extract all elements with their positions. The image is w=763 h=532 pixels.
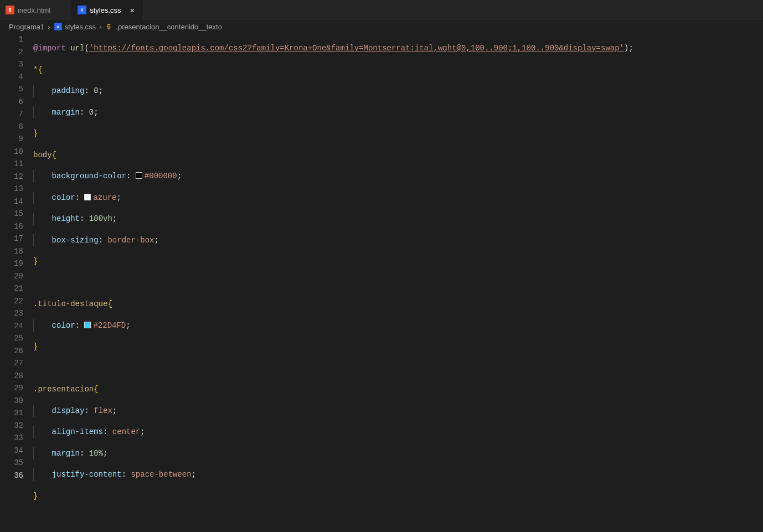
line-number: 22 [0,295,23,308]
chevron-right-icon: › [47,23,51,31]
code-line[interactable]: @import url('https://fonts.googleapis.co… [33,42,763,55]
line-number: 32 [0,420,23,432]
code-line[interactable]: padding: 0; [33,85,763,97]
line-number: 16 [0,220,23,233]
code-area[interactable]: @import url('https://fonts.googleapis.co… [33,33,763,532]
line-number: 31 [0,407,23,420]
breadcrumb-file[interactable]: styles.css [65,23,96,31]
line-number: 25 [0,332,23,345]
line-number: 26 [0,345,23,358]
line-number: 10 [0,146,23,158]
line-number: 4 [0,71,23,84]
code-line[interactable]: body{ [33,149,763,162]
line-number: 7 [0,108,23,121]
tab-inedx-html[interactable]: 5 inedx.html × [0,0,72,20]
line-number: 29 [0,382,23,395]
line-number: 23 [0,307,23,320]
line-number: 19 [0,257,23,270]
css-file-icon: # [54,23,62,30]
line-number: 5 [0,83,23,96]
chevron-right-icon: › [98,23,102,31]
close-icon[interactable]: × [128,6,137,15]
line-number: 20 [0,270,23,283]
code-line[interactable]: color: azure; [33,192,763,204]
code-line[interactable]: .presentacion{ [33,383,763,396]
css-file-icon: # [78,6,86,14]
line-number: 9 [0,133,23,146]
line-number: 6 [0,96,23,109]
code-line[interactable]: display: flex; [33,405,763,417]
code-line[interactable] [33,277,763,290]
editor[interactable]: 1 2 3 4 5 6 7 8 9 10 11 12 13 14 15 16 1… [0,33,763,532]
code-line[interactable]: color: #22D4FD; [33,319,763,332]
css-class-icon [105,22,114,31]
code-line[interactable]: justify-content: space-between; [33,468,763,481]
gutter: 1 2 3 4 5 6 7 8 9 10 11 12 13 14 15 16 1… [0,33,33,532]
code-line[interactable] [33,511,763,524]
html-file-icon: 5 [6,6,14,14]
tab-label: inedx.html [18,6,50,14]
tab-label: styles.css [90,6,121,14]
line-number: 2 [0,46,23,59]
code-line[interactable]: } [33,255,763,268]
code-line[interactable]: background-color: #000000; [33,170,763,183]
line-number [0,482,23,494]
line-number: 13 [0,183,23,195]
line-number: 33 [0,432,23,445]
line-number: 3 [0,58,23,71]
breadcrumb-root[interactable]: Programa1 [9,23,44,31]
code-line[interactable] [33,362,763,375]
code-line[interactable]: } [33,340,763,353]
line-number: 1 [0,33,23,46]
color-swatch-cyan[interactable] [84,322,91,328]
line-number: 11 [0,158,23,171]
line-number: 34 [0,445,23,457]
code-line[interactable]: margin: 0; [33,106,763,119]
color-swatch-azure[interactable] [84,194,91,200]
line-number: 17 [0,233,23,245]
code-line[interactable]: margin: 10%; [33,447,763,460]
code-line[interactable]: height: 100vh; [33,213,763,225]
code-line[interactable]: *{ [33,64,763,76]
tab-styles-css[interactable]: # styles.css × [72,0,142,20]
line-number: 12 [0,171,23,183]
line-number: 35 [0,457,23,469]
code-line[interactable]: } [33,490,763,503]
tabs-bar: 5 inedx.html × # styles.css × [0,0,763,20]
line-number: 8 [0,121,23,133]
color-swatch-black[interactable] [136,172,142,179]
breadcrumb-symbol[interactable]: .presentacion__contenido__texto [116,23,222,31]
breadcrumb[interactable]: Programa1 › # styles.css › .presentacion… [0,20,763,33]
code-line[interactable]: align-items: center; [33,426,763,438]
line-number: 36 [0,469,23,482]
line-number: 27 [0,357,23,370]
line-number: 24 [0,320,23,333]
line-number: 15 [0,208,23,220]
line-number: 18 [0,245,23,258]
code-line[interactable]: } [33,127,763,140]
code-line[interactable]: box-sizing: border-box; [33,234,763,247]
line-number: 14 [0,195,23,208]
line-number: 30 [0,395,23,407]
line-number: 21 [0,282,23,295]
line-number: 28 [0,370,23,383]
code-line[interactable]: .titulo-destaque{ [33,298,763,311]
